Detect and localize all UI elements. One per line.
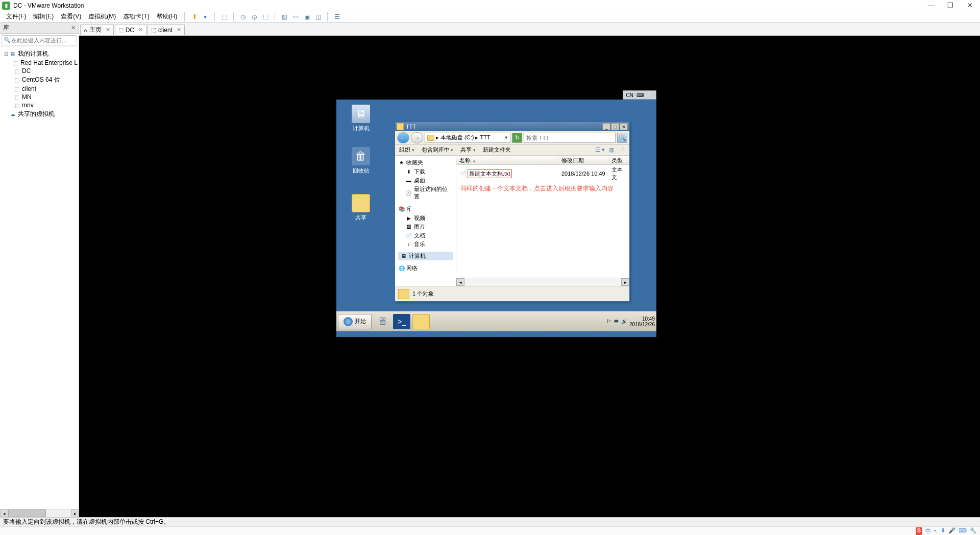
sidebar-horizontal-scrollbar[interactable]: ◂ ▸ — [0, 509, 79, 517]
sidebar-close-button[interactable]: ✕ — [71, 25, 76, 31]
tab-home[interactable]: ⌂主页✕ — [80, 24, 114, 35]
ime-tool-icon[interactable]: 🔧 — [970, 527, 977, 535]
tree-root-mycomputer[interactable]: ⊟ 🖥 我的计算机 — [1, 49, 78, 59]
menu-file[interactable]: 文件(F) — [3, 11, 29, 22]
tray-sound-icon[interactable]: 🔊 — [621, 319, 627, 324]
preview-pane-button[interactable]: ▥ — [609, 147, 614, 153]
taskbar-server-manager[interactable]: 🖥 — [374, 314, 391, 329]
explorer-minimize-button[interactable]: _ — [602, 123, 610, 130]
help-icon[interactable]: ❔ — [647, 92, 653, 98]
ime-cloud-icon[interactable]: ⬇ — [941, 527, 945, 535]
toolbar-newfolder[interactable]: 新建文件夹 — [483, 146, 511, 154]
explorer-maximize-button[interactable]: □ — [611, 123, 619, 130]
menu-help[interactable]: 帮助(H) — [154, 11, 181, 22]
window-maximize-button[interactable]: ❐ — [945, 2, 955, 9]
explorer-titlebar[interactable]: TTT _ □ ✕ — [395, 122, 629, 131]
view-unity-button[interactable]: ◫ — [313, 12, 323, 21]
nav-downloads[interactable]: ⬇下载 — [398, 167, 453, 176]
tray-network-icon[interactable]: 💻 — [613, 319, 619, 324]
nav-documents[interactable]: 📄文档 — [398, 231, 453, 240]
menu-vm[interactable]: 虚拟机(M) — [85, 11, 119, 22]
tree-vm-dc[interactable]: ⬚DC — [1, 67, 78, 75]
taskbar-powershell[interactable]: >_ — [393, 314, 410, 329]
taskbar-explorer[interactable] — [412, 314, 430, 329]
nav-back-button[interactable]: ← — [397, 132, 409, 143]
nav-network[interactable]: 🌐网络 — [398, 263, 453, 273]
tree-vm-mnv[interactable]: ⬚mnv — [1, 101, 78, 109]
nav-videos[interactable]: ▶视频 — [398, 214, 453, 223]
col-date[interactable]: 修改日期 — [558, 156, 608, 164]
tree-shared-vms[interactable]: ☁ 共享的虚拟机 — [1, 109, 78, 119]
library-search-input[interactable] — [2, 35, 77, 45]
tray-clock[interactable]: 10:49 2018/12/26 — [629, 316, 655, 327]
nav-music[interactable]: ♪音乐 — [398, 240, 453, 249]
window-close-button[interactable]: ✕ — [965, 2, 975, 9]
sogou-ime-icon[interactable]: S — [916, 527, 922, 535]
search-button[interactable]: 🔍 — [617, 133, 627, 143]
tree-vm-redhat[interactable]: ⬚Red Hat Enterprise L — [1, 59, 78, 67]
start-button[interactable]: 开始 — [338, 314, 372, 329]
scrollbar-thumb[interactable] — [8, 509, 46, 517]
menu-tabs[interactable]: 选项卡(T) — [120, 11, 152, 22]
toolbar-share[interactable]: 共享 — [460, 146, 476, 154]
send-keys-button[interactable]: ⬚ — [219, 12, 229, 21]
address-bar[interactable]: ▸ 本地磁盘 (C:) ▸ TTT ▾ — [425, 133, 510, 143]
view-library-button[interactable]: ☰ — [332, 12, 342, 21]
nav-computer[interactable]: 🖥计算机 — [398, 252, 453, 260]
nav-desktop[interactable]: ▬桌面 — [398, 176, 453, 185]
desktop-icon-recycle[interactable]: 🗑 回收站 — [346, 147, 376, 175]
tab-close-icon[interactable]: ✕ — [177, 27, 181, 33]
file-row[interactable]: 📄 新建文本文档.txt 2018/12/26 10:49 文本文 — [456, 165, 629, 182]
desktop-icon-computer[interactable]: 🖥 计算机 — [346, 105, 376, 132]
nav-favorites[interactable]: ★收藏夹 — [398, 158, 453, 167]
ime-zhong[interactable]: 中 — [925, 527, 931, 535]
menu-view[interactable]: 查看(V) — [58, 11, 84, 22]
ime-mic-icon[interactable]: 🎤 — [948, 527, 955, 535]
tree-twisty-icon[interactable]: ⊟ — [3, 51, 9, 57]
keyboard-icon[interactable]: ⌨ — [636, 92, 644, 98]
tree-vm-client[interactable]: ⬚client — [1, 85, 78, 93]
nav-libraries[interactable]: 📚库 — [398, 204, 453, 214]
desktop-icon-share[interactable]: 共享 — [346, 194, 376, 222]
refresh-button[interactable]: ↻ — [512, 133, 522, 143]
tab-client[interactable]: ⬚client✕ — [148, 24, 185, 35]
toolbar-dropdown-icon[interactable]: ▾ — [200, 12, 210, 21]
ime-keyboard-icon[interactable]: ⌨ — [959, 527, 967, 535]
toolbar-organize[interactable]: 组织 — [399, 146, 414, 154]
tab-close-icon[interactable]: ✕ — [138, 27, 143, 33]
tab-dc[interactable]: ⬚DC✕ — [115, 24, 146, 35]
scroll-right-button[interactable]: ▸ — [71, 509, 79, 517]
scroll-right-button[interactable]: ▸ — [621, 278, 629, 286]
nav-recent[interactable]: 🕘最近访问的位置 — [398, 185, 453, 201]
window-minimize-button[interactable]: — — [926, 2, 936, 9]
tree-vm-centos[interactable]: ⬚CentOS 64 位 — [1, 75, 78, 85]
view-single-button[interactable]: ▭ — [290, 12, 301, 21]
help-button[interactable]: ❔ — [618, 147, 625, 153]
nav-pictures[interactable]: 🖼图片 — [398, 223, 453, 231]
col-name[interactable]: 名称 ▲ — [456, 156, 558, 164]
scroll-left-button[interactable]: ◂ — [456, 278, 464, 286]
view-fullscreen-button[interactable]: ▣ — [302, 12, 312, 21]
guest-display[interactable]: CN ⌨ ❔ 🖥 计算机 🗑 回收站 共享 — [79, 36, 980, 517]
chevron-down-icon[interactable]: ▾ — [505, 134, 508, 141]
language-bar[interactable]: CN ⌨ ❔ — [623, 90, 656, 100]
ime-punct-icon[interactable]: •, — [934, 527, 938, 535]
snapshot-manager-button[interactable]: ⬚ — [260, 12, 271, 21]
view-mode-button[interactable]: ☰ ▾ — [595, 147, 605, 153]
menu-edit[interactable]: 编辑(E) — [30, 11, 57, 22]
pause-button[interactable]: II — [189, 12, 199, 21]
lang-cn[interactable]: CN — [626, 92, 633, 98]
tray-flag-icon[interactable]: ⚐ — [606, 319, 611, 324]
tab-close-icon[interactable]: ✕ — [106, 27, 110, 33]
nav-forward-button[interactable]: → — [411, 132, 423, 143]
tree-vm-mn[interactable]: ⬚MN — [1, 93, 78, 101]
snapshot-button[interactable]: ◷ — [238, 12, 248, 21]
horizontal-scrollbar[interactable]: ◂ ▸ — [456, 278, 629, 286]
col-type[interactable]: 类型 — [608, 156, 629, 164]
explorer-search-input[interactable] — [524, 133, 616, 143]
view-console-button[interactable]: ▥ — [279, 12, 289, 21]
snapshot-revert-button[interactable]: ◶ — [249, 12, 259, 21]
scroll-left-button[interactable]: ◂ — [0, 509, 8, 517]
explorer-close-button[interactable]: ✕ — [620, 123, 628, 130]
toolbar-include[interactable]: 包含到库中 — [422, 146, 454, 154]
